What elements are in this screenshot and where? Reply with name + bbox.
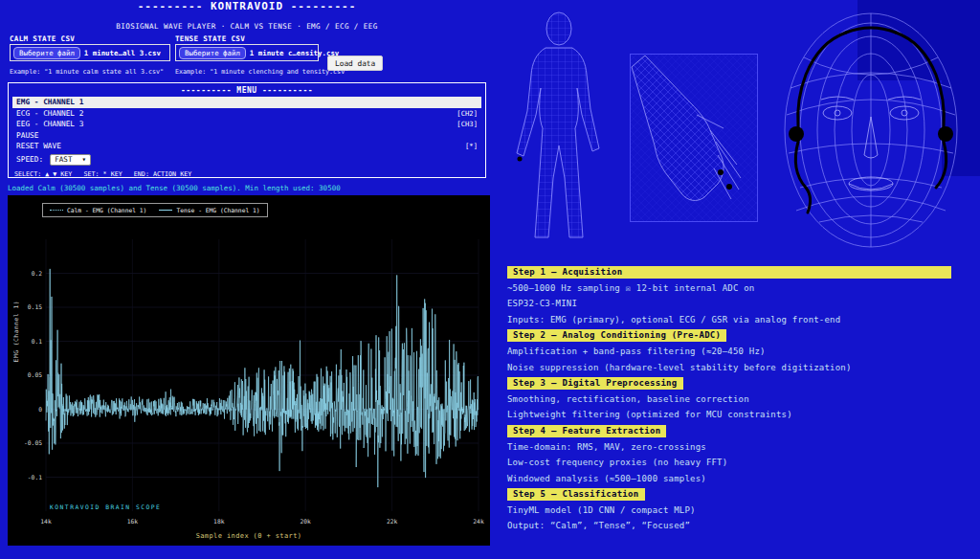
calm-choose-file-button[interactable]: Выберите файл — [13, 47, 80, 59]
step-2-header: Step 2 — Analog Conditioning (Pre-ADC) — [507, 329, 726, 342]
menu-panel: ---------- MENU ---------- EMG - CHANNEL… — [8, 82, 486, 178]
waveform-plot: 0.20.150.10.050-0.05-0.114k16k18k20k22k2… — [8, 195, 490, 546]
calm-filename: 1 minute…all 3.csv — [84, 49, 161, 57]
step-1-line: ~500–1000 Hz sampling ☒ 12-bit internal … — [507, 280, 955, 296]
speed-select[interactable]: FAST ▾ — [50, 154, 91, 166]
step-1-line: ESP32-C3-MINI — [507, 296, 955, 311]
step-1-header: Step 1 — Acquisition — [507, 266, 951, 279]
menu-title: ---------- MENU ---------- — [12, 85, 481, 97]
y-axis-label: EMG (Channel 1) — [12, 301, 19, 362]
menu-item-label: EEG - CHANNEL 3 — [16, 120, 83, 128]
menu-item-label: EMG - CHANNEL 1 — [16, 98, 83, 106]
menu-item-ecg-channel-2[interactable]: ECG - CHANNEL 2[CH2] — [12, 108, 481, 120]
menu-item-emg-channel-1[interactable]: EMG - CHANNEL 1 — [12, 97, 481, 108]
y-tick-label: 0.2 — [32, 270, 43, 277]
step-4-line: Low-cost frequency proxies (no heavy FFT… — [507, 455, 955, 470]
step-5-header: Step 5 — Classification — [507, 488, 645, 501]
step-3-line: Lightweight filtering (optimized for MCU… — [507, 407, 955, 422]
menu-item-label: RESET WAVE — [16, 142, 61, 150]
tense-file-input[interactable]: Выберите файл 1 minute c…ensity.csv — [175, 44, 319, 61]
tense-example-text: Example: "1 minute clenching and tensity… — [175, 68, 348, 76]
legend-label: Tense - EMG (Channel 1) — [176, 207, 259, 213]
chart-watermark: KONTRAVOID BRAIN SCOPE — [50, 503, 161, 510]
menu-items: EMG - CHANNEL 1ECG - CHANNEL 2[CH2]EEG -… — [12, 97, 481, 152]
legend-item: Tense - EMG (Channel 1) — [159, 207, 259, 213]
y-tick-label: 0.1 — [32, 338, 43, 345]
tense-filename: 1 minute c…ensity.csv — [250, 49, 339, 57]
y-tick-label: -0.1 — [28, 474, 42, 481]
x-tick-label: 16k — [127, 518, 139, 525]
menu-item-tag: [CH3] — [457, 120, 478, 128]
menu-help-text: SELECT: ▲ ▼ KEY SET: * KEY END: ACTION K… — [12, 170, 481, 178]
y-tick-label: -0.05 — [24, 439, 42, 446]
pipeline-steps-panel: Step 1 — Acquisition~500–1000 Hz samplin… — [507, 264, 955, 534]
y-tick-label: 0 — [38, 406, 42, 413]
hand-wireframe-image — [630, 54, 758, 222]
waveform-chart: 0.20.150.10.050-0.05-0.114k16k18k20k22k2… — [8, 195, 490, 546]
calm-example-text: Example: "1 minute calm state all 3.csv" — [10, 68, 164, 76]
menu-item-eeg-channel-3[interactable]: EEG - CHANNEL 3[CH3] — [12, 119, 481, 130]
menu-item-label: ECG - CHANNEL 2 — [16, 109, 83, 118]
menu-item-pause[interactable]: PAUSE — [12, 130, 481, 142]
step-3-line: Smoothing, rectification, baseline corre… — [507, 391, 955, 407]
step-1-line: Inputs: EMG (primary), optional ECG / GS… — [507, 312, 955, 327]
menu-item-reset-wave[interactable]: RESET WAVE[*] — [12, 141, 481, 152]
x-tick-label: 24k — [473, 518, 484, 525]
x-tick-label: 14k — [40, 518, 52, 525]
calm-csv-label: CALM STATE CSV — [10, 34, 75, 43]
step-4-header: Step 4 — Feature Extraction — [507, 425, 666, 437]
speed-label: SPEED: — [16, 155, 43, 164]
tense-csv-label: TENSE STATE CSV — [175, 34, 245, 43]
y-tick-label: 0.15 — [28, 303, 42, 310]
chevron-down-icon: ▾ — [81, 155, 86, 164]
legend-line-swatch — [159, 210, 172, 211]
menu-item-tag: [CH2] — [457, 109, 478, 118]
emg-waveform-path — [46, 269, 479, 487]
page-subtitle: BIOSIGNAL WAVE PLAYER · CALM VS TENSE · … — [0, 22, 494, 31]
page-title: --------- KONTRAVOID --------- — [0, 0, 494, 12]
step-5-line: Output: “Calm”, “Tense”, “Focused” — [507, 518, 955, 533]
legend-label: Calm - EMG (Channel 1) — [67, 207, 146, 213]
x-tick-label: 18k — [213, 518, 225, 525]
legend-item: Calm - EMG (Channel 1) — [50, 207, 146, 213]
y-tick-label: 0.05 — [28, 371, 42, 378]
menu-item-tag: [*] — [465, 142, 478, 150]
speed-value: FAST — [55, 155, 72, 164]
menu-item-label: PAUSE — [16, 131, 38, 140]
tense-choose-file-button[interactable]: Выберите файл — [179, 47, 246, 59]
step-2-line: Noise suppression (hardware-level stabil… — [507, 360, 955, 375]
chart-legend: Calm - EMG (Channel 1)Tense - EMG (Chann… — [42, 203, 268, 217]
calm-file-input[interactable]: Выберите файл 1 minute…all 3.csv — [10, 44, 170, 61]
body-wireframe-image — [498, 8, 627, 245]
step-2-line: Amplification + band-pass filtering (≈20… — [507, 344, 955, 359]
legend-line-swatch — [50, 210, 63, 211]
head-wireframe-image — [762, 0, 980, 255]
app-root: --------- KONTRAVOID --------- BIOSIGNAL… — [0, 0, 980, 559]
step-5-line: TinyML model (1D CNN / compact MLP) — [507, 503, 955, 518]
x-tick-label: 20k — [301, 518, 312, 525]
step-4-line: Windowed analysis (≈500–1000 samples) — [507, 471, 955, 486]
status-line: Loaded Calm (30500 samples) and Tense (3… — [8, 184, 341, 192]
x-tick-label: 22k — [387, 518, 398, 525]
step-4-line: Time-domain: RMS, MAV, zero-crossings — [507, 439, 955, 455]
x-axis-label: Sample index (0 + start) — [8, 532, 490, 540]
step-3-header: Step 3 — Digital Preprocessing — [507, 377, 683, 390]
